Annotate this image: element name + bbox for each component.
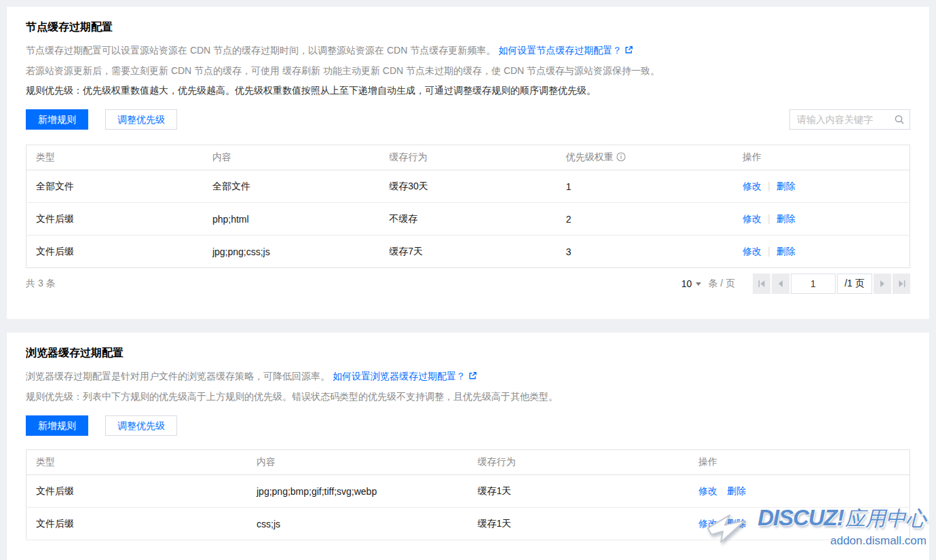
node-search-box <box>789 109 910 130</box>
cell-content: php;html <box>203 203 379 236</box>
cell-weight: 1 <box>557 170 733 203</box>
col-header-action: 操作 <box>733 145 910 170</box>
cell-actions: 修改删除 <box>689 475 910 508</box>
cell-behavior: 缓存1天 <box>468 508 690 540</box>
browser-cache-desc-2: 规则优先级：列表中下方规则的优先级高于上方规则的优先级。错误状态码类型的优先级不… <box>26 390 910 403</box>
browser-cache-toolbar: 新增规则 调整优先级 <box>26 415 910 436</box>
modify-link[interactable]: 修改 <box>743 213 762 224</box>
delete-link[interactable]: 删除 <box>776 246 795 257</box>
pagination-controls: 10 条 / 页 /1 页 <box>681 274 910 294</box>
node-table-header-row: 类型 内容 缓存行为 优先级权重 操作 <box>26 145 910 170</box>
node-add-rule-button[interactable]: 新增规则 <box>26 109 88 130</box>
external-link-icon[interactable] <box>468 370 477 384</box>
node-cache-desc-2: 若源站资源更新后，需要立刻更新 CDN 节点的缓存，可使用 缓存刷新 功能主动更… <box>26 64 910 77</box>
browser-cache-button-group: 新增规则 调整优先级 <box>26 415 177 436</box>
col-header-behavior: 缓存行为 <box>468 450 690 475</box>
col-header-type: 类型 <box>26 145 203 170</box>
delete-link[interactable]: 删除 <box>776 213 795 224</box>
page-total-label: /1 页 <box>837 274 872 294</box>
cell-behavior: 缓存7天 <box>379 236 556 268</box>
node-adjust-priority-button[interactable]: 调整优先级 <box>105 109 177 130</box>
node-cache-toolbar: 新增规则 调整优先级 <box>26 109 910 130</box>
node-cache-help-link[interactable]: 如何设置节点缓存过期配置？ <box>498 45 622 56</box>
chevron-down-icon[interactable] <box>696 282 701 286</box>
cell-content: 全部文件 <box>203 170 379 203</box>
node-cache-button-group: 新增规则 调整优先级 <box>26 109 177 130</box>
browser-cache-help-link[interactable]: 如何设置浏览器缓存过期配置？ <box>333 371 466 381</box>
col-header-action: 操作 <box>689 450 910 475</box>
next-page-button[interactable] <box>874 274 891 294</box>
delete-link[interactable]: 删除 <box>727 485 746 496</box>
table-row: 文件后缀 jpg;png;css;js 缓存7天 3 修改|删除 <box>26 236 910 268</box>
cell-type: 文件后缀 <box>26 236 203 268</box>
node-search-input[interactable] <box>789 109 910 130</box>
cell-weight: 3 <box>557 236 733 268</box>
action-separator: | <box>768 181 770 191</box>
info-icon[interactable] <box>616 152 626 162</box>
page-size-select[interactable]: 10 条 / 页 <box>681 278 735 290</box>
external-link-icon[interactable] <box>624 44 633 58</box>
search-icon[interactable] <box>894 114 905 125</box>
browser-cache-desc-1: 浏览器缓存过期配置是针对用户文件的浏览器缓存策略，可降低回源率。 如何设置浏览器… <box>26 369 910 384</box>
col-header-weight: 优先级权重 <box>557 145 733 170</box>
browser-cache-desc-1-text: 浏览器缓存过期配置是针对用户文件的浏览器缓存策略，可降低回源率。 <box>26 371 330 381</box>
col-header-content: 内容 <box>203 145 379 170</box>
modify-link[interactable]: 修改 <box>698 485 717 496</box>
node-cache-desc-1: 节点缓存过期配置可以设置源站资源在 CDN 节点的缓存过期时间，以调整源站资源在… <box>26 43 910 58</box>
modify-link[interactable]: 修改 <box>698 518 717 529</box>
page-size-value[interactable]: 10 <box>681 278 692 289</box>
pagination-bar: 共 3 条 10 条 / 页 /1 页 <box>26 274 910 294</box>
cell-type: 文件后缀 <box>26 475 248 508</box>
page-number-input[interactable] <box>791 274 836 294</box>
cell-content: jpg;png;css;js <box>203 236 379 268</box>
cell-type: 全部文件 <box>26 170 203 203</box>
modify-link[interactable]: 修改 <box>743 181 762 191</box>
table-row: 全部文件 全部文件 缓存30天 1 修改|删除 <box>26 170 910 203</box>
cell-behavior: 不缓存 <box>379 203 556 236</box>
node-cache-card: 节点缓存过期配置 节点缓存过期配置可以设置源站资源在 CDN 节点的缓存过期时间… <box>7 7 929 319</box>
cell-actions: 修改|删除 <box>733 203 910 236</box>
browser-add-rule-button[interactable]: 新增规则 <box>26 415 88 436</box>
action-separator: | <box>768 246 770 257</box>
cell-behavior: 缓存1天 <box>468 475 690 508</box>
first-page-button[interactable] <box>753 274 770 294</box>
modify-link[interactable]: 修改 <box>743 246 762 257</box>
cell-actions: 修改|删除 <box>733 236 910 268</box>
cell-content: jpg;png;bmp;gif;tiff;svg;webp <box>247 475 468 508</box>
cell-type: 文件后缀 <box>26 203 203 236</box>
browser-adjust-priority-button[interactable]: 调整优先级 <box>105 415 177 436</box>
col-header-type: 类型 <box>26 450 248 475</box>
node-cache-desc-3: 规则优先级：优先级权重数值越大，优先级越高。优先级权重数值按照从上至下递增自动生… <box>26 83 910 97</box>
node-cache-title: 节点缓存过期配置 <box>26 7 910 34</box>
table-row: 文件后缀 php;html 不缓存 2 修改|删除 <box>26 203 910 236</box>
last-page-button[interactable] <box>893 274 910 294</box>
cell-actions: 修改|删除 <box>733 170 910 203</box>
delete-link[interactable]: 删除 <box>727 518 746 529</box>
cell-actions: 修改删除 <box>689 508 910 540</box>
cell-type: 文件后缀 <box>26 508 248 540</box>
page-button-group: /1 页 <box>753 274 910 294</box>
table-row: 文件后缀 jpg;png;bmp;gif;tiff;svg;webp 缓存1天 … <box>26 475 910 508</box>
pagination-total-count: 共 3 条 <box>26 278 56 290</box>
page-size-unit: 条 / 页 <box>708 278 735 290</box>
cell-content: css;js <box>247 508 468 540</box>
table-row: 文件后缀 css;js 缓存1天 修改删除 <box>26 508 910 540</box>
browser-cache-card: 浏览器缓存过期配置 浏览器缓存过期配置是针对用户文件的浏览器缓存策略，可降低回源… <box>7 333 929 560</box>
action-separator: | <box>768 213 770 224</box>
cell-behavior: 缓存30天 <box>379 170 556 203</box>
node-cache-desc-1-text: 节点缓存过期配置可以设置源站资源在 CDN 节点的缓存过期时间，以调整源站资源在… <box>26 45 495 56</box>
browser-cache-table: 类型 内容 缓存行为 操作 文件后缀 jpg;png;bmp;gif;tiff;… <box>26 449 910 540</box>
browser-table-header-row: 类型 内容 缓存行为 操作 <box>26 450 910 475</box>
col-header-behavior: 缓存行为 <box>379 145 556 170</box>
browser-cache-title: 浏览器缓存过期配置 <box>26 333 910 360</box>
prev-page-button[interactable] <box>772 274 789 294</box>
cell-weight: 2 <box>557 203 733 236</box>
delete-link[interactable]: 删除 <box>776 181 795 191</box>
node-cache-table: 类型 内容 缓存行为 优先级权重 操作 全部文件 全部文件 缓存30天 1 修改… <box>26 145 910 268</box>
col-header-content: 内容 <box>247 450 468 475</box>
cdn-cache-config-page: { "node_section": { "title": "节点缓存过期配置",… <box>0 0 936 560</box>
